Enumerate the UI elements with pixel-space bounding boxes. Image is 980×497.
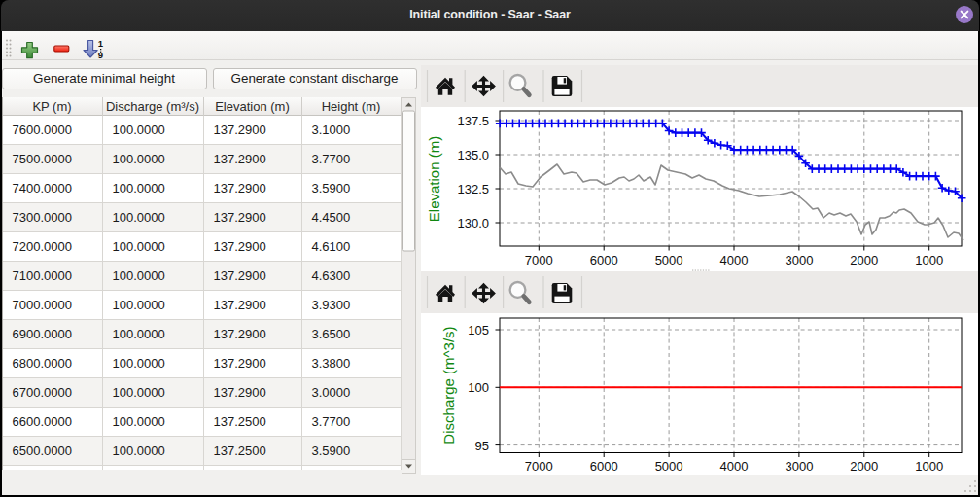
svg-text:130.0: 130.0 [457, 216, 489, 231]
svg-text:7000: 7000 [525, 253, 553, 267]
svg-text:Discharge (m^3/s): Discharge (m^3/s) [440, 326, 457, 444]
svg-text:2000: 2000 [850, 253, 878, 267]
svg-text:6000: 6000 [590, 459, 618, 474]
svg-text:1000: 1000 [915, 459, 943, 474]
svg-text:7000: 7000 [525, 459, 553, 474]
svg-text:137.5: 137.5 [457, 114, 489, 128]
svg-text:3000: 3000 [785, 253, 813, 267]
svg-text:100: 100 [468, 380, 489, 395]
svg-text:1000: 1000 [915, 253, 943, 267]
svg-text:4000: 4000 [720, 253, 749, 267]
svg-text:9: 9 [98, 50, 103, 60]
svg-text:5000: 5000 [655, 459, 683, 474]
svg-text:132.5: 132.5 [457, 182, 489, 196]
svg-text:135.0: 135.0 [457, 148, 489, 162]
svg-text:4000: 4000 [720, 459, 749, 474]
svg-text:105: 105 [468, 323, 489, 337]
svg-text:Elevation (m): Elevation (m) [426, 136, 442, 222]
svg-text:2000: 2000 [850, 459, 878, 474]
svg-text:6000: 6000 [590, 253, 618, 267]
svg-text:3000: 3000 [785, 459, 813, 474]
svg-text:1: 1 [98, 38, 104, 49]
svg-text:95: 95 [475, 439, 489, 453]
svg-text:5000: 5000 [655, 253, 683, 267]
